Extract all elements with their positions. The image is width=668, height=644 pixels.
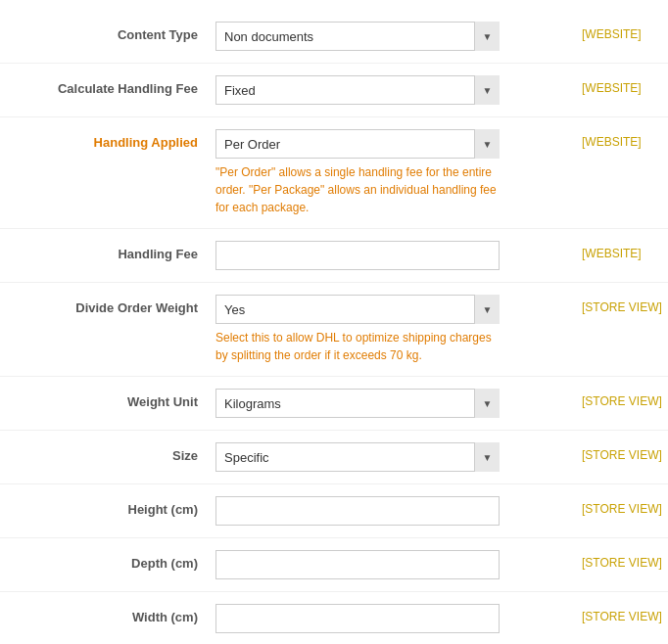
field-input-col-depth: [215, 550, 570, 579]
field-input-col-handling-fee: [215, 241, 570, 270]
scope-label-height: [STORE VIEW]: [570, 496, 668, 516]
field-label-content-type: Content Type: [0, 22, 215, 42]
field-input-col-content-type: Non documentsDocuments▼: [215, 22, 570, 51]
form-row-height: Height (cm)[STORE VIEW]: [0, 484, 668, 538]
select-wrapper-weight-unit: KilogramsPounds▼: [215, 389, 500, 418]
input-depth[interactable]: [215, 550, 500, 579]
scope-label-handling-fee: [WEBSITE]: [570, 241, 668, 260]
field-label-depth: Depth (cm): [0, 550, 215, 571]
hint-text-handling-applied: "Per Order" allows a single handling fee…: [215, 163, 500, 216]
scope-label-divide-order-weight: [STORE VIEW]: [570, 295, 668, 314]
form-row-handling-fee: Handling Fee[WEBSITE]: [0, 229, 668, 283]
select-wrapper-content-type: Non documentsDocuments▼: [215, 22, 500, 51]
input-width[interactable]: [215, 604, 500, 633]
select-wrapper-calculate-handling-fee: FixedPercent▼: [215, 75, 500, 105]
field-input-col-width: [215, 604, 570, 633]
field-label-width: Width (cm): [0, 604, 215, 624]
form-row-width: Width (cm)[STORE VIEW]: [0, 592, 668, 644]
scope-label-calculate-handling-fee: [WEBSITE]: [570, 75, 668, 95]
scope-label-handling-applied: [WEBSITE]: [570, 129, 668, 149]
form-row-divide-order-weight: Divide Order WeightYesNo▼Select this to …: [0, 283, 668, 377]
field-label-handling-applied: Handling Applied: [0, 129, 215, 150]
scope-label-depth: [STORE VIEW]: [570, 550, 668, 570]
select-content-type[interactable]: Non documentsDocuments: [215, 22, 500, 51]
select-wrapper-divide-order-weight: YesNo▼: [215, 295, 500, 324]
field-label-handling-fee: Handling Fee: [0, 241, 215, 261]
input-height[interactable]: [215, 496, 500, 526]
select-wrapper-size: SpecificRegular▼: [215, 442, 500, 472]
select-wrapper-handling-applied: Per OrderPer Package▼: [215, 129, 500, 159]
input-handling-fee[interactable]: [215, 241, 500, 270]
form-row-depth: Depth (cm)[STORE VIEW]: [0, 538, 668, 592]
select-weight-unit[interactable]: KilogramsPounds: [215, 389, 500, 418]
select-size[interactable]: SpecificRegular: [215, 442, 500, 472]
select-calculate-handling-fee[interactable]: FixedPercent: [215, 75, 500, 105]
field-input-col-size: SpecificRegular▼: [215, 442, 570, 472]
field-input-col-divide-order-weight: YesNo▼Select this to allow DHL to optimi…: [215, 295, 570, 364]
scope-label-size: [STORE VIEW]: [570, 442, 668, 462]
scope-label-width: [STORE VIEW]: [570, 604, 668, 623]
scope-label-weight-unit: [STORE VIEW]: [570, 389, 668, 408]
hint-text-divide-order-weight: Select this to allow DHL to optimize shi…: [215, 329, 500, 364]
field-input-col-height: [215, 496, 570, 526]
field-input-col-calculate-handling-fee: FixedPercent▼: [215, 75, 570, 105]
form-row-handling-applied: Handling AppliedPer OrderPer Package▼"Pe…: [0, 117, 668, 229]
form-row-calculate-handling-fee: Calculate Handling FeeFixedPercent▼[WEBS…: [0, 64, 668, 117]
field-label-size: Size: [0, 442, 215, 463]
select-divide-order-weight[interactable]: YesNo: [215, 295, 500, 324]
field-label-calculate-handling-fee: Calculate Handling Fee: [0, 75, 215, 96]
form-row-weight-unit: Weight UnitKilogramsPounds▼[STORE VIEW]: [0, 377, 668, 431]
form-row-size: SizeSpecificRegular▼[STORE VIEW]: [0, 431, 668, 484]
scope-label-content-type: [WEBSITE]: [570, 22, 668, 41]
settings-form: Content TypeNon documentsDocuments▼[WEBS…: [0, 0, 668, 644]
form-row-content-type: Content TypeNon documentsDocuments▼[WEBS…: [0, 10, 668, 64]
field-label-divide-order-weight: Divide Order Weight: [0, 295, 215, 315]
select-handling-applied[interactable]: Per OrderPer Package: [215, 129, 500, 159]
field-input-col-weight-unit: KilogramsPounds▼: [215, 389, 570, 418]
field-input-col-handling-applied: Per OrderPer Package▼"Per Order" allows …: [215, 129, 570, 216]
field-label-height: Height (cm): [0, 496, 215, 517]
field-label-weight-unit: Weight Unit: [0, 389, 215, 409]
